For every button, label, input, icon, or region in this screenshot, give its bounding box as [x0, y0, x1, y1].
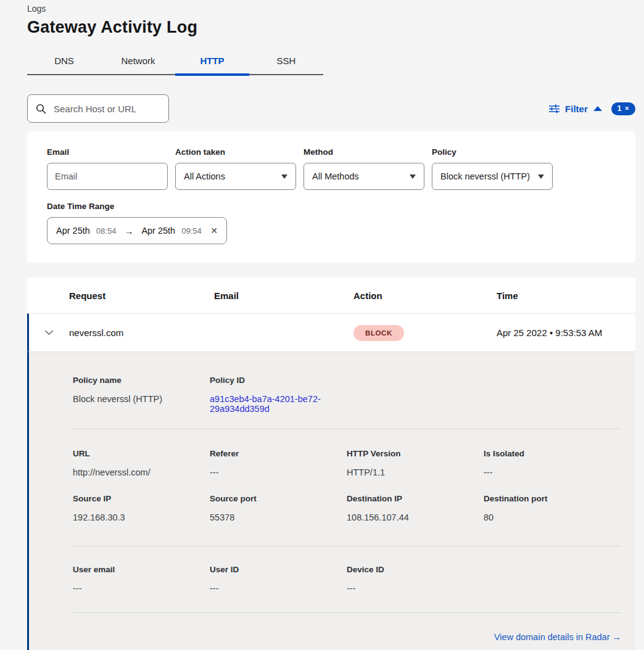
tab-http[interactable]: HTTP	[175, 49, 249, 74]
source-port-value: 55378	[210, 512, 347, 522]
method-label: Method	[303, 147, 424, 157]
email-filter-input[interactable]	[47, 163, 168, 190]
col-email: Email	[214, 290, 353, 301]
clear-date-icon[interactable]: ✕	[210, 226, 218, 236]
end-date: Apr 25th	[141, 226, 175, 236]
method-field: Method All Methods	[303, 147, 424, 190]
search-input[interactable]	[52, 103, 160, 115]
filter-count: 1	[617, 104, 622, 113]
http-version-label: HTTP Version	[347, 449, 484, 458]
destination-port-item: Destination port 80	[484, 494, 621, 522]
user-email-value: ---	[73, 583, 210, 593]
tab-ssh[interactable]: SSH	[249, 49, 323, 74]
filter-toggle[interactable]: Filter 1 ✕	[549, 102, 635, 115]
device-id-value: ---	[347, 583, 484, 593]
email-filter-field: Email	[47, 147, 168, 190]
policy-select[interactable]: Block neverssl (HTTP)	[432, 163, 553, 190]
url-item: URL http://neverssl.com/	[73, 449, 210, 477]
action-cell: BLOCK	[353, 325, 497, 341]
breadcrumb: Logs	[27, 4, 635, 14]
filter-count-badge[interactable]: 1 ✕	[611, 102, 635, 115]
policy-name-label: Policy name	[73, 376, 210, 385]
end-time: 09:54	[181, 226, 202, 236]
chevron-down-icon	[44, 330, 54, 335]
col-action: Action	[353, 290, 497, 301]
user-id-item: User ID ---	[210, 565, 347, 593]
is-isolated-value: ---	[484, 467, 621, 477]
search-box[interactable]	[27, 94, 169, 123]
arrow-right-icon: →	[122, 226, 135, 236]
url-value: http://neverssl.com/	[73, 467, 210, 477]
referer-item: Referer ---	[210, 449, 347, 477]
filter-sliders-icon	[549, 104, 559, 113]
chevron-down-icon	[281, 175, 287, 179]
divider	[73, 429, 621, 429]
radar-link[interactable]: View domain details in Radar →	[494, 632, 621, 642]
method-value: All Methods	[312, 171, 359, 181]
start-time: 08:54	[96, 226, 117, 236]
col-request: Request	[69, 290, 214, 301]
action-taken-value: All Actions	[184, 171, 225, 181]
destination-ip-label: Destination IP	[347, 494, 484, 503]
log-type-tabs: DNS Network HTTP SSH	[27, 49, 323, 75]
source-port-label: Source port	[210, 494, 347, 503]
destination-ip-item: Destination IP 108.156.107.44	[347, 494, 484, 522]
destination-port-label: Destination port	[484, 494, 621, 503]
toolbar: Filter 1 ✕	[27, 94, 635, 123]
table-header: Request Email Action Time	[27, 278, 635, 313]
filter-panel: Email Action taken All Actions Method Al…	[27, 131, 635, 263]
action-taken-label: Action taken	[175, 147, 296, 157]
method-select[interactable]: All Methods	[303, 163, 424, 190]
start-date: Apr 25th	[56, 226, 90, 236]
row-expand-button[interactable]	[29, 330, 69, 335]
tab-dns[interactable]: DNS	[27, 49, 101, 74]
is-isolated-item: Is Isolated ---	[484, 449, 621, 477]
page-title: Gateway Activity Log	[27, 18, 635, 37]
divider	[73, 546, 621, 546]
source-ip-label: Source IP	[73, 494, 210, 503]
user-email-label: User email	[73, 565, 210, 574]
tab-network[interactable]: Network	[101, 49, 175, 74]
policy-field: Policy Block neverssl (HTTP)	[432, 147, 553, 190]
policy-name-item: Policy name Block neverssl (HTTP)	[73, 376, 210, 414]
http-version-item: HTTP Version HTTP/1.1	[347, 449, 484, 477]
activity-log-table: Request Email Action Time neverssl.com B…	[27, 278, 635, 650]
block-status-badge: BLOCK	[353, 325, 404, 341]
http-version-value: HTTP/1.1	[347, 467, 484, 477]
policy-label: Policy	[432, 147, 553, 157]
time-cell: Apr 25 2022 • 9:53:53 AM	[497, 327, 635, 338]
chevron-down-icon	[410, 175, 416, 179]
policy-id-link[interactable]: a91c3eb4-ba7a-4201-be72-29a934dd359d	[210, 394, 332, 414]
policy-name-value: Block neverssl (HTTP)	[73, 394, 210, 404]
date-range-field: Date Time Range Apr 25th 08:54 → Apr 25t…	[47, 202, 616, 244]
destination-ip-value: 108.156.107.44	[347, 512, 484, 522]
col-time: Time	[497, 290, 635, 301]
user-email-item: User email ---	[73, 565, 210, 593]
search-icon	[36, 104, 46, 114]
url-label: URL	[73, 449, 210, 458]
source-port-item: Source port 55378	[210, 494, 347, 522]
source-ip-value: 192.168.30.3	[73, 512, 210, 522]
filter-label: Filter	[565, 104, 588, 114]
divider	[73, 612, 621, 613]
log-row[interactable]: neverssl.com BLOCK Apr 25 2022 • 9:53:53…	[27, 313, 635, 352]
device-id-label: Device ID	[347, 565, 484, 574]
email-filter-label: Email	[47, 147, 168, 157]
request-cell: neverssl.com	[69, 327, 214, 338]
policy-id-item: Policy ID a91c3eb4-ba7a-4201-be72-29a934…	[210, 376, 347, 414]
expanded-row-details: Policy name Block neverssl (HTTP) Policy…	[27, 352, 635, 650]
is-isolated-label: Is Isolated	[484, 449, 621, 458]
user-id-label: User ID	[210, 565, 347, 574]
referer-value: ---	[210, 467, 347, 477]
action-taken-select[interactable]: All Actions	[175, 163, 296, 190]
clear-filters-icon: ✕	[624, 105, 629, 112]
action-taken-field: Action taken All Actions	[175, 147, 296, 190]
date-range-label: Date Time Range	[47, 202, 616, 211]
policy-value: Block neverssl (HTTP)	[440, 171, 530, 181]
user-id-value: ---	[210, 583, 347, 593]
referer-label: Referer	[210, 449, 347, 458]
chevron-down-icon	[538, 175, 544, 179]
policy-id-label: Policy ID	[210, 376, 347, 385]
source-ip-item: Source IP 192.168.30.3	[73, 494, 210, 522]
date-range-input[interactable]: Apr 25th 08:54 → Apr 25th 09:54 ✕	[47, 217, 227, 244]
